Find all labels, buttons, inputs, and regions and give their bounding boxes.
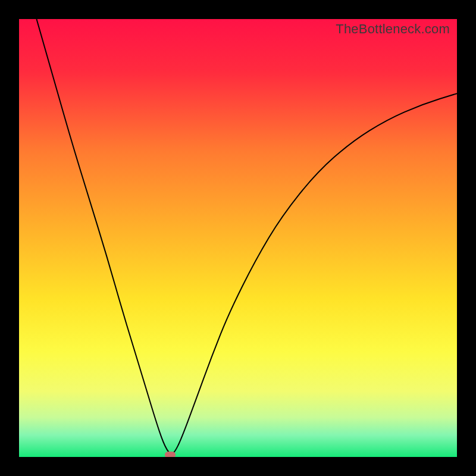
bottleneck-curve (36, 19, 457, 454)
optimum-marker (165, 452, 176, 457)
chart-frame: TheBottleneck.com (0, 0, 476, 476)
curve-layer (19, 19, 457, 457)
watermark-text: TheBottleneck.com (336, 21, 450, 37)
plot-area: TheBottleneck.com (19, 19, 457, 457)
